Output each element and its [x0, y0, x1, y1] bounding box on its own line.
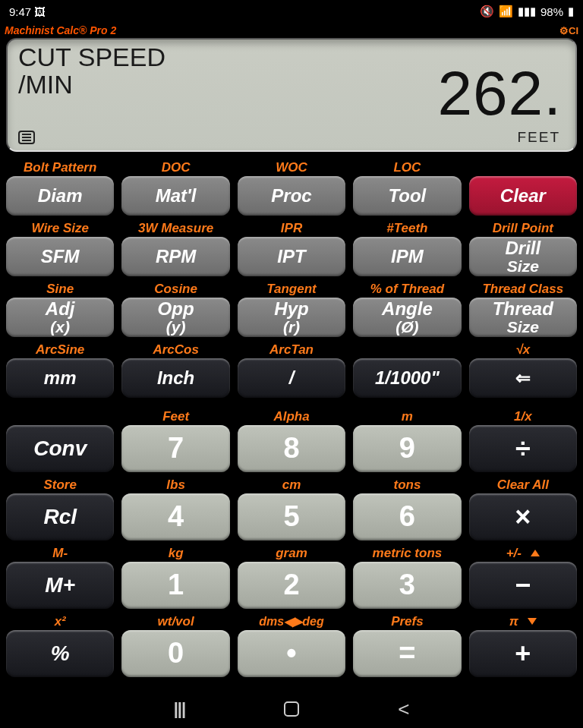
- key-sfm[interactable]: SFM: [6, 237, 114, 276]
- key-drill[interactable]: DrillSize: [469, 237, 577, 276]
- status-time: 9:47 🖼: [9, 5, 46, 18]
- key-tool[interactable]: Tool: [353, 176, 461, 216]
- key-upper-label: Tangent: [238, 281, 345, 298]
- key-mm[interactable]: mm: [6, 358, 114, 398]
- key-ipt[interactable]: IPT: [238, 237, 345, 276]
- menu-icon[interactable]: [18, 131, 35, 144]
- key-upper-label: +/-: [469, 545, 577, 562]
- key-upper-label: LOC: [353, 159, 461, 176]
- key-1-1000-[interactable]: 1/1000": [353, 358, 461, 398]
- calculator-display: CUT SPEED /MIN 262. FEET: [6, 38, 577, 152]
- key-m-[interactable]: M+: [6, 562, 114, 609]
- key-upper-label: x²: [6, 613, 114, 630]
- key-hyp[interactable]: Hyp(r): [238, 298, 345, 337]
- key-upper-label: [6, 408, 114, 425]
- key-upper-label: ArcTan: [238, 342, 345, 358]
- key-0[interactable]: 0: [121, 630, 229, 677]
- battery-icon: ▮: [568, 5, 574, 18]
- key-upper-label: 3W Measure: [121, 220, 229, 237]
- key-upper-label: metric tons: [353, 545, 461, 562]
- mute-icon: 🔇: [480, 5, 494, 18]
- display-value: 262.: [437, 58, 562, 129]
- display-unit: FEET: [517, 129, 560, 146]
- key-upper-label: π: [469, 613, 577, 630]
- key-rpm[interactable]: RPM: [121, 237, 229, 276]
- key-upper-label: Clear All: [469, 477, 577, 493]
- android-navbar: ||| <: [0, 690, 583, 728]
- key-upper-label: ArcSine: [6, 342, 114, 358]
- key-conv[interactable]: Conv: [6, 425, 114, 472]
- key-upper-label: Bolt Pattern: [6, 159, 114, 176]
- key--[interactable]: ×: [469, 493, 577, 540]
- key-inch[interactable]: Inch: [121, 358, 229, 398]
- status-right: 🔇 📶 ▮▮▮ 98% ▮: [480, 5, 574, 18]
- key-upper-label: IPR: [238, 220, 345, 237]
- key-diam[interactable]: Diam: [6, 176, 114, 216]
- key-upper-label: WOC: [238, 159, 345, 176]
- key-mat-l[interactable]: Mat'l: [121, 176, 229, 216]
- key-5[interactable]: 5: [238, 493, 345, 540]
- key--[interactable]: =: [353, 630, 461, 677]
- key-proc[interactable]: Proc: [238, 176, 345, 216]
- key-thread[interactable]: ThreadSize: [469, 298, 577, 337]
- key-upper-label: kg: [121, 545, 229, 562]
- key-ipm[interactable]: IPM: [353, 237, 461, 276]
- key-7[interactable]: 7: [121, 425, 229, 472]
- battery-pct: 98%: [540, 5, 563, 18]
- key-clear[interactable]: Clear: [469, 176, 577, 216]
- key-9[interactable]: 9: [353, 425, 461, 472]
- key-upper-label: Wire Size: [6, 220, 114, 237]
- numeric-keypad: ConvFeet7Alpha8m91/x÷StoreRcllbs4cm5tons…: [0, 405, 583, 685]
- key-opp[interactable]: Opp(y): [121, 298, 229, 337]
- key-upper-label: Sine: [6, 281, 114, 298]
- key--[interactable]: −: [469, 562, 577, 609]
- key-upper-label: lbs: [121, 477, 229, 493]
- key-upper-label: % of Thread: [353, 281, 461, 298]
- nav-back-button[interactable]: <: [398, 698, 409, 721]
- key-upper-label: Thread Class: [469, 281, 577, 298]
- key-upper-label: Cosine: [121, 281, 229, 298]
- key-upper-label: Store: [6, 477, 114, 493]
- key-upper-label: M-: [6, 545, 114, 562]
- key-3[interactable]: 3: [353, 562, 461, 609]
- key-2[interactable]: 2: [238, 562, 345, 609]
- key-4[interactable]: 4: [121, 493, 229, 540]
- key-upper-label: 1/x: [469, 408, 577, 425]
- key-upper-label: Alpha: [238, 408, 345, 425]
- signal-icon: ▮▮▮: [518, 5, 536, 18]
- key-1[interactable]: 1: [121, 562, 229, 609]
- nav-home-button[interactable]: [284, 701, 299, 717]
- key-upper-label: ArcCos: [121, 342, 229, 358]
- key--[interactable]: •: [238, 630, 345, 677]
- key-upper-label: tons: [353, 477, 461, 493]
- wifi-icon: 📶: [499, 5, 513, 18]
- key--[interactable]: /: [238, 358, 345, 398]
- key-upper-label: DOC: [121, 159, 229, 176]
- key-upper-label: gram: [238, 545, 345, 562]
- status-bar: 9:47 🖼 🔇 📶 ▮▮▮ 98% ▮: [0, 0, 583, 23]
- key--[interactable]: %: [6, 630, 114, 677]
- key-upper-label: dms◀▶deg: [238, 613, 345, 630]
- key--[interactable]: ÷: [469, 425, 577, 472]
- key-upper-label: wt/vol: [121, 613, 229, 630]
- key-adj[interactable]: Adj(x): [6, 298, 114, 337]
- key-upper-label: Prefs: [353, 613, 461, 630]
- key-8[interactable]: 8: [238, 425, 345, 472]
- nav-recent-button[interactable]: |||: [174, 699, 185, 719]
- key-upper-label: #Teeth: [353, 220, 461, 237]
- key-angle[interactable]: Angle(Ø): [353, 298, 461, 337]
- key-upper-label: Drill Point: [469, 220, 577, 237]
- key-upper-label: [469, 159, 577, 176]
- key-upper-label: [353, 342, 461, 358]
- key-upper-label: Feet: [121, 408, 229, 425]
- key-upper-label: m: [353, 408, 461, 425]
- key-upper-label: cm: [238, 477, 345, 493]
- function-keypad: Bolt PatternDiamDOCMat'lWOCProcLOCToolCl…: [0, 156, 583, 405]
- key-rcl[interactable]: Rcl: [6, 493, 114, 540]
- key--[interactable]: ⇐: [469, 358, 577, 398]
- key-upper-label: √x: [469, 342, 577, 358]
- app-brand: Machinist Calc® Pro 2 ⚙CI: [0, 23, 583, 38]
- key-6[interactable]: 6: [353, 493, 461, 540]
- key--[interactable]: +: [469, 630, 577, 677]
